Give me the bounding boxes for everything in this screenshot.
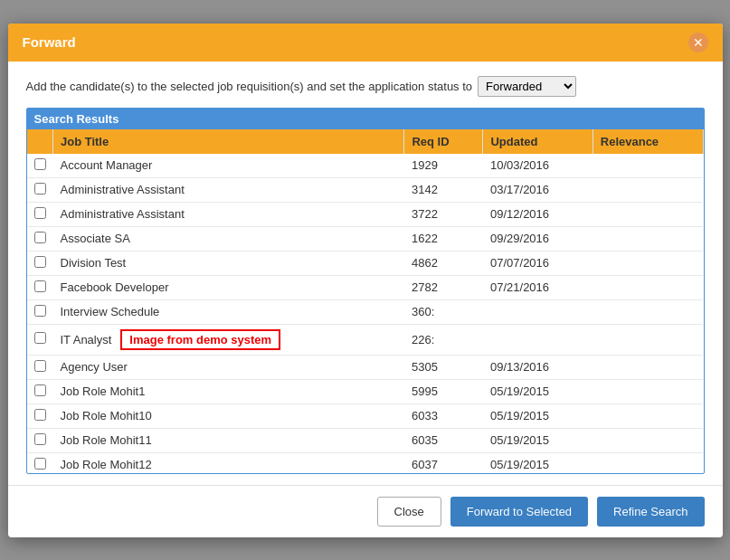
row-checkbox-cell [27,299,53,324]
row-checkbox[interactable] [34,332,46,344]
row-updated: 07/07/2016 [483,251,593,275]
row-updated: 07/21/2016 [483,275,593,299]
row-job-title: Administrative Assistant [53,177,404,202]
table-row: Administrative Assistant314203/17/2016 [27,177,704,202]
forward-to-selected-button[interactable]: Forward to Selected [450,497,588,527]
row-checkbox[interactable] [34,384,46,396]
row-req-id: 4862 [404,251,483,275]
table-row: Facebook Developer278207/21/2016 [27,275,704,299]
row-checkbox-cell [27,154,53,178]
row-job-title: Job Role Mohit11 [53,428,404,452]
row-checkbox-cell [27,379,53,403]
col-updated[interactable]: Updated [483,129,593,154]
results-table-wrapper[interactable]: Job Title Req ID Updated Relevance Accou… [27,129,704,473]
row-checkbox[interactable] [34,360,46,372]
row-checkbox-cell [27,428,53,452]
modal-header: Forward ✕ [8,24,723,62]
row-updated [483,299,593,324]
results-table: Job Title Req ID Updated Relevance Accou… [27,129,704,473]
row-checkbox-cell [27,275,53,299]
row-req-id: 3142 [404,177,483,202]
col-req-id[interactable]: Req ID [404,129,483,154]
row-updated: 09/13/2016 [483,355,593,379]
col-relevance[interactable]: Relevance [593,129,703,154]
row-req-id: 1622 [404,226,483,251]
row-relevance [593,324,703,355]
table-header-row: Job Title Req ID Updated Relevance [27,129,704,154]
row-req-id: 2782 [404,275,483,299]
row-updated: 09/29/2016 [483,226,593,251]
instruction-row: Add the candidate(s) to the selected job… [26,76,705,97]
row-relevance [593,275,703,299]
col-job-title[interactable]: Job Title [53,129,404,154]
status-select[interactable]: Forwarded Applied Reviewed [478,76,576,97]
row-updated: 05/19/2015 [483,403,593,428]
row-checkbox-cell [27,452,53,473]
row-checkbox[interactable] [34,280,46,292]
row-checkbox-cell [27,226,53,251]
row-job-title: Interview Schedule [53,299,404,324]
row-relevance [593,154,703,178]
row-checkbox[interactable] [34,232,46,243]
row-checkbox[interactable] [34,256,46,268]
row-relevance [593,379,703,403]
row-checkbox[interactable] [34,158,46,170]
row-req-id: 1929 [404,154,483,178]
row-checkbox[interactable] [34,433,46,445]
row-job-title: IT AnalystImage from demo system [53,324,404,355]
row-job-title: Job Role Mohit1 [53,379,404,403]
row-relevance [593,251,703,275]
modal-close-button[interactable]: ✕ [688,33,708,52]
row-job-title: Facebook Developer [53,275,404,299]
table-row: Associate SA162209/29/2016 [27,226,704,251]
row-job-title: Agency User [53,355,404,379]
row-job-title: Division Test [53,251,404,275]
table-row: Administrative Assistant372209/12/2016 [27,202,704,226]
close-button[interactable]: Close [377,497,441,527]
search-results-box: Search Results Job Title Req ID Updated … [26,108,705,474]
row-updated: 09/12/2016 [483,202,593,226]
row-relevance [593,428,703,452]
instruction-text: Add the candidate(s) to the selected job… [26,80,473,93]
search-results-label: Search Results [27,109,704,129]
table-row: Job Role Mohit1599505/19/2015 [27,379,704,403]
modal-body: Add the candidate(s) to the selected job… [8,62,723,485]
row-checkbox-cell [27,251,53,275]
row-updated: 05/19/2015 [483,452,593,473]
row-relevance [593,202,703,226]
row-updated: 05/19/2015 [483,379,593,403]
row-relevance [593,177,703,202]
table-row: Job Role Mohit12603705/19/2015 [27,452,704,473]
row-checkbox[interactable] [34,207,46,219]
row-checkbox[interactable] [34,458,46,470]
table-row: Division Test486207/07/2016 [27,251,704,275]
forward-modal: Forward ✕ Add the candidate(s) to the se… [8,24,723,537]
table-row: Interview Schedule360: [27,299,704,324]
modal-footer: Close Forward to Selected Refine Search [8,485,723,537]
row-req-id: 6035 [404,428,483,452]
table-row: Job Role Mohit11603505/19/2015 [27,428,704,452]
row-checkbox-cell [27,355,53,379]
row-req-id: 6033 [404,403,483,428]
row-checkbox-cell [27,403,53,428]
row-checkbox[interactable] [34,409,46,421]
row-req-id: 6037 [404,452,483,473]
table-row: IT AnalystImage from demo system226: [27,324,704,355]
row-checkbox-cell [27,202,53,226]
row-job-title: Job Role Mohit10 [53,403,404,428]
col-checkbox [27,129,53,154]
row-checkbox-cell [27,324,53,355]
row-updated [483,324,593,355]
refine-search-button[interactable]: Refine Search [597,497,704,527]
row-relevance [593,403,703,428]
demo-badge: Image from demo system [120,329,280,350]
row-checkbox[interactable] [34,305,46,317]
row-req-id: 360: [404,299,483,324]
row-checkbox[interactable] [34,183,46,195]
row-relevance [593,299,703,324]
row-job-title: Job Role Mohit12 [53,452,404,473]
table-row: Agency User530509/13/2016 [27,355,704,379]
modal-title: Forward [23,34,76,50]
row-relevance [593,355,703,379]
row-req-id: 5305 [404,355,483,379]
